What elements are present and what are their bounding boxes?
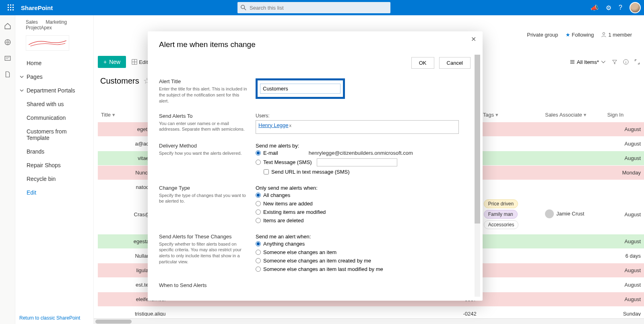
- horizontal-scrollbar[interactable]: [94, 318, 644, 324]
- svg-rect-7: [10, 9, 11, 10]
- search-icon: [241, 5, 246, 10]
- hub-link-sales[interactable]: Sales: [26, 19, 38, 25]
- site-logo[interactable]: [26, 35, 69, 51]
- radio-else-item[interactable]: [256, 250, 261, 255]
- users-label: Users:: [256, 113, 471, 119]
- remove-user-icon[interactable]: x: [289, 123, 291, 128]
- radio-email[interactable]: [256, 150, 261, 156]
- hub-links: Sales Marketing ProjectApex: [15, 18, 93, 32]
- search-input[interactable]: [250, 5, 387, 11]
- hub-link-marketing[interactable]: Marketing: [45, 19, 67, 25]
- plus-icon: +: [103, 59, 107, 65]
- users-input[interactable]: Henry Leggex: [256, 120, 459, 134]
- nav-pages[interactable]: Pages: [15, 70, 93, 84]
- radio-modified[interactable]: [256, 209, 261, 215]
- news-icon[interactable]: [4, 55, 11, 62]
- svg-rect-8: [12, 9, 14, 10]
- home-icon[interactable]: [4, 23, 11, 30]
- view-selector[interactable]: All Items*: [570, 59, 606, 65]
- app-launcher-icon[interactable]: [3, 0, 19, 15]
- cancel-button[interactable]: Cancel: [439, 57, 471, 69]
- suite-bar: SharePoint 📣 ⚙ ?: [0, 0, 644, 15]
- filter-label: Send me an alert when:: [256, 234, 471, 240]
- svg-rect-2: [12, 4, 14, 6]
- radio-else-modified[interactable]: [256, 267, 261, 272]
- svg-rect-4: [10, 7, 11, 8]
- svg-rect-0: [8, 4, 9, 6]
- left-navigation: Sales Marketing ProjectApex Home Pages D…: [15, 15, 94, 324]
- megaphone-icon[interactable]: 📣: [590, 4, 599, 12]
- svg-rect-6: [8, 9, 9, 10]
- section-delivery: Delivery Method: [159, 143, 248, 149]
- star-icon: ★: [566, 32, 570, 38]
- globe-icon[interactable]: [4, 39, 11, 46]
- radio-sms[interactable]: [256, 160, 261, 165]
- suite-title[interactable]: SharePoint: [21, 4, 53, 11]
- section-when: When to Send Alerts: [159, 282, 248, 288]
- user-avatar[interactable]: [630, 2, 641, 13]
- nav-home[interactable]: Home: [15, 56, 93, 70]
- sms-input[interactable]: [317, 158, 397, 166]
- table-row[interactable]: tristique.aliqu-0242Sunday: [98, 307, 644, 316]
- change-type-label: Only send me alerts when:: [256, 185, 471, 191]
- svg-point-15: [603, 33, 605, 35]
- help-icon[interactable]: ?: [619, 4, 622, 11]
- col-tags[interactable]: Tags▾: [480, 108, 542, 122]
- user-chip[interactable]: Henry Legge: [258, 122, 288, 128]
- radio-else-created[interactable]: [256, 258, 261, 263]
- people-icon: [601, 32, 607, 37]
- nav-shared[interactable]: Shared with us: [15, 97, 93, 111]
- info-icon[interactable]: i: [623, 59, 629, 65]
- modal-title: Alert me when items change: [148, 31, 483, 55]
- section-filter: Send Alerts for These Changes: [159, 234, 248, 240]
- radio-new-items[interactable]: [256, 201, 261, 206]
- section-change-type: Change Type: [159, 185, 248, 191]
- members-link[interactable]: 1 member: [601, 32, 632, 38]
- radio-deleted[interactable]: [256, 218, 261, 223]
- modal-scrollbar[interactable]: [475, 55, 480, 297]
- grid-icon: [132, 59, 137, 65]
- expand-icon[interactable]: [634, 59, 640, 65]
- settings-icon[interactable]: ⚙: [606, 4, 611, 12]
- close-button[interactable]: ✕: [469, 35, 478, 44]
- return-classic-link[interactable]: Return to classic SharePoint: [19, 315, 80, 321]
- svg-rect-12: [5, 56, 10, 61]
- nav-brands[interactable]: Brands: [15, 145, 93, 158]
- radio-anything[interactable]: [256, 241, 261, 246]
- search-box[interactable]: [237, 2, 390, 13]
- svg-point-9: [241, 5, 245, 9]
- list-icon: [570, 59, 575, 65]
- svg-line-10: [244, 8, 246, 10]
- alert-title-input[interactable]: [260, 84, 341, 94]
- email-value: henrylegge@citizenbuilders.onmicrosoft.c…: [309, 150, 413, 156]
- delivery-label: Send me alerts by:: [256, 143, 471, 149]
- nav-communication[interactable]: Communication: [15, 111, 93, 125]
- filter-icon[interactable]: [612, 59, 617, 65]
- col-signin[interactable]: Sign In: [604, 108, 644, 122]
- nav-customers-template[interactable]: Customers from Template: [15, 125, 93, 145]
- privacy-label: Private group: [527, 32, 558, 38]
- hub-link-projectapex[interactable]: ProjectApex: [26, 25, 52, 31]
- file-icon[interactable]: [4, 71, 11, 78]
- new-button[interactable]: +New: [98, 56, 126, 68]
- svg-text:i: i: [625, 60, 626, 64]
- nav-recycle[interactable]: Recycle bin: [15, 172, 93, 186]
- ok-button[interactable]: OK: [411, 57, 434, 69]
- chevron-down-icon: [601, 59, 606, 65]
- section-alert-title: Alert Title: [159, 78, 248, 84]
- section-send-to: Send Alerts To: [159, 113, 248, 119]
- radio-all-changes[interactable]: [256, 193, 261, 198]
- svg-rect-3: [8, 7, 9, 8]
- alert-modal: ✕ Alert me when items change OK Cancel A…: [148, 31, 483, 301]
- follow-toggle[interactable]: ★Following: [566, 32, 594, 38]
- col-assoc[interactable]: Sales Associate▾: [542, 108, 604, 122]
- nav-department-portals[interactable]: Department Portals: [15, 84, 93, 97]
- checkbox-send-url[interactable]: [264, 169, 269, 174]
- nav-repair[interactable]: Repair Shops: [15, 158, 93, 172]
- svg-rect-1: [10, 4, 11, 6]
- chevron-down-icon: [19, 88, 24, 93]
- nav-edit[interactable]: Edit: [15, 186, 93, 199]
- app-rail: [0, 15, 15, 324]
- chevron-down-icon: [19, 74, 24, 79]
- svg-rect-5: [12, 7, 14, 8]
